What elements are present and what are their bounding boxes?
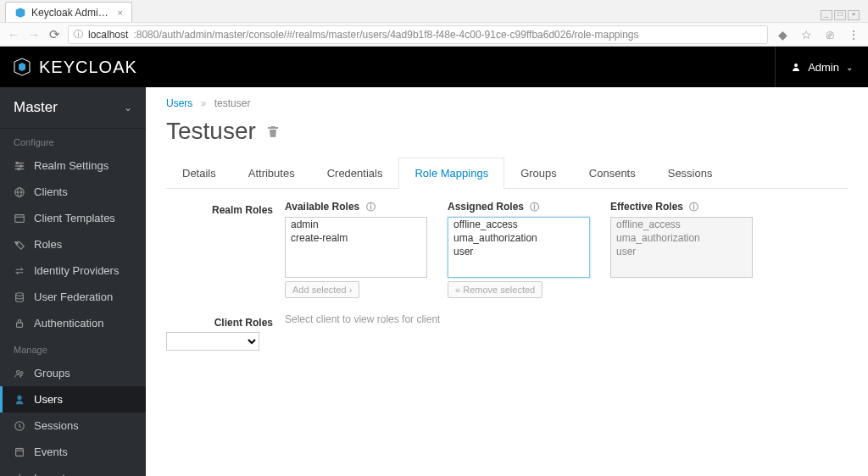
window-maximize-button[interactable]: □ — [834, 10, 846, 20]
delete-user-button[interactable] — [266, 125, 280, 138]
menu-icon[interactable]: ⋮ — [846, 28, 861, 42]
sidebar-item-users[interactable]: Users — [0, 386, 146, 412]
group-icon — [14, 368, 25, 379]
effective-roles-col: Effective Roles ⓘ offline_access uma_aut… — [610, 201, 753, 298]
page-title: Testuser — [166, 118, 256, 145]
tab-attributes[interactable]: Attributes — [232, 158, 311, 189]
svg-point-7 — [16, 162, 18, 163]
tab-strip: Keycloak Admin Con… × _ □ × — [0, 0, 868, 22]
sidebar-item-roles[interactable]: Roles — [0, 231, 146, 257]
sidebar-item-user-federation[interactable]: User Federation — [0, 284, 146, 310]
sidebar-item-events[interactable]: Events — [0, 439, 146, 465]
address-bar: ← → ⟳ ⓘ localhost:8080/auth/admin/master… — [0, 22, 868, 46]
tab-groups[interactable]: Groups — [504, 158, 573, 189]
window-close-button[interactable]: × — [848, 10, 860, 20]
sidebar-item-label: Import — [34, 472, 65, 476]
sidebar-item-identity-providers[interactable]: Identity Providers — [0, 257, 146, 284]
sidebar-item-import[interactable]: Import — [0, 465, 146, 476]
assigned-role-option[interactable]: user — [448, 245, 589, 258]
tab-details[interactable]: Details — [166, 158, 232, 189]
remove-selected-button[interactable]: « Remove selected — [448, 281, 542, 298]
add-selected-button[interactable]: Add selected › — [285, 281, 359, 298]
nav-back-icon[interactable]: ← — [7, 27, 20, 42]
shield-icon[interactable]: ⎚ — [822, 28, 837, 42]
assigned-role-option[interactable]: uma_authorization — [448, 231, 589, 245]
toolbar-right: ◆ ☆ ⎚ ⋮ — [775, 28, 861, 42]
user-icon — [791, 62, 801, 72]
effective-role-option: offline_access — [611, 218, 752, 231]
sidebar-section-configure: Configure — [0, 129, 146, 152]
sidebar-item-sessions[interactable]: Sessions — [0, 412, 146, 439]
realm-roles-label: Realm Roles — [166, 201, 285, 216]
sidebar-item-client-templates[interactable]: Client Templates — [0, 205, 146, 231]
exchange-icon — [14, 265, 25, 277]
client-select[interactable] — [166, 332, 259, 351]
sidebar-item-realm-settings[interactable]: Realm Settings — [0, 152, 146, 179]
svg-point-18 — [17, 370, 20, 374]
svg-marker-0 — [16, 8, 25, 18]
svg-point-16 — [16, 292, 24, 296]
sidebar-item-label: Realm Settings — [34, 159, 108, 172]
sidebar-item-groups[interactable]: Groups — [0, 360, 146, 386]
available-role-option[interactable]: create-realm — [286, 231, 426, 245]
svg-rect-17 — [17, 323, 23, 327]
nav-forward-icon[interactable]: → — [27, 27, 41, 42]
chevron-down-icon: ⌄ — [846, 63, 853, 72]
sidebar-item-authentication[interactable]: Authentication — [0, 310, 146, 336]
header-user-menu[interactable]: Admin ⌄ — [775, 47, 868, 87]
svg-point-20 — [17, 395, 21, 399]
tab-consents[interactable]: Consents — [573, 158, 652, 189]
assigned-roles-listbox[interactable]: offline_access uma_authorization user — [448, 217, 590, 278]
assigned-role-option[interactable]: offline_access — [448, 218, 589, 231]
client-roles-row: Client Roles Select client to view roles… — [166, 313, 848, 329]
svg-point-8 — [20, 164, 22, 166]
url-path: :8080/auth/admin/master/console/#/realms… — [133, 29, 638, 41]
help-icon[interactable]: ⓘ — [689, 202, 698, 212]
page-title-row: Testuser — [166, 118, 848, 145]
sliders-icon — [14, 160, 25, 172]
extension-icon[interactable]: ◆ — [775, 28, 790, 42]
nav-reload-icon[interactable]: ⟳ — [47, 27, 61, 42]
window-minimize-button[interactable]: _ — [821, 10, 832, 20]
calendar-icon — [14, 446, 25, 458]
sidebar-item-label: Roles — [34, 238, 62, 251]
available-role-option[interactable]: admin — [286, 218, 426, 231]
tab-favicon-icon — [14, 7, 26, 19]
user-tabs: Details Attributes Credentials Role Mapp… — [166, 157, 848, 189]
effective-role-option: uma_authorization — [611, 231, 752, 245]
sidebar-item-clients[interactable]: Clients — [0, 179, 146, 205]
chevron-down-icon: ⌄ — [124, 102, 132, 113]
breadcrumb-root[interactable]: Users — [166, 97, 192, 109]
tab-sessions[interactable]: Sessions — [652, 158, 729, 189]
sidebar-section-manage: Manage — [0, 336, 146, 360]
import-icon — [14, 473, 25, 477]
effective-roles-listbox: offline_access uma_authorization user — [610, 217, 753, 278]
window-controls: _ □ × — [817, 8, 863, 22]
help-icon[interactable]: ⓘ — [530, 202, 539, 212]
help-icon[interactable]: ⓘ — [366, 202, 376, 212]
main-content: Users » testuser Testuser Details Attrib… — [146, 87, 868, 476]
tab-role-mappings[interactable]: Role Mappings — [398, 158, 504, 189]
brand-text: KEYCLOAK — [39, 58, 137, 77]
app-header: KEYCLOAK Admin ⌄ — [0, 47, 868, 87]
tab-title: Keycloak Admin Con… — [31, 7, 109, 19]
realm-selector[interactable]: Master ⌄ — [0, 87, 146, 128]
breadcrumb: Users » testuser — [166, 97, 848, 109]
url-input[interactable]: ⓘ localhost:8080/auth/admin/master/conso… — [68, 25, 768, 44]
lock-icon — [14, 318, 25, 329]
brand-logo[interactable]: KEYCLOAK — [12, 57, 137, 77]
bookmark-icon[interactable]: ☆ — [798, 28, 814, 42]
user-icon — [14, 394, 25, 406]
client-select-row — [166, 332, 848, 351]
tab-credentials[interactable]: Credentials — [311, 158, 399, 189]
sidebar-item-label: Groups — [34, 367, 70, 379]
database-icon — [14, 291, 25, 303]
tab-close-icon[interactable]: × — [118, 8, 123, 18]
clock-icon — [14, 420, 25, 432]
svg-rect-13 — [15, 214, 25, 222]
browser-tab[interactable]: Keycloak Admin Con… × — [5, 2, 132, 22]
realm-roles-row: Realm Roles Available Roles ⓘ admin crea… — [166, 201, 848, 298]
svg-point-19 — [20, 371, 23, 374]
available-roles-listbox[interactable]: admin create-realm — [285, 217, 427, 278]
url-host: localhost — [88, 29, 128, 41]
